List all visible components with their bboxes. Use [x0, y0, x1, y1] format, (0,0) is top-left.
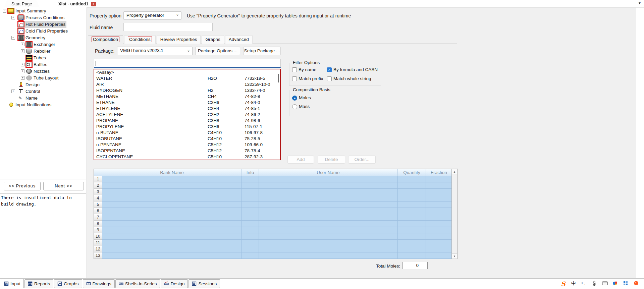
- grid-cell[interactable]: [398, 189, 426, 195]
- checkbox-label-by-name[interactable]: By name: [299, 67, 316, 72]
- grid-row-number[interactable]: 5: [94, 201, 102, 208]
- microphone-icon[interactable]: [591, 280, 598, 287]
- grid-column-header-user-name[interactable]: User Name: [259, 169, 398, 176]
- grid-cell[interactable]: [102, 214, 242, 221]
- grid-cell[interactable]: [242, 201, 259, 208]
- view-tab-shells-in-series[interactable]: Shells-in-Series: [115, 279, 160, 288]
- grid-cell[interactable]: [426, 221, 452, 227]
- grid-cell[interactable]: [398, 227, 426, 233]
- tree-expander-plus-icon[interactable]: +: [21, 63, 24, 66]
- property-option-select[interactable]: Property generator ∨: [123, 11, 181, 20]
- grid-cell[interactable]: [398, 195, 426, 201]
- grid-cell[interactable]: [426, 233, 452, 240]
- view-tab-sessions[interactable]: Sessions: [189, 279, 220, 288]
- grid-cell[interactable]: [426, 182, 452, 189]
- grid-cell[interactable]: [242, 246, 259, 252]
- tree-expander-plus-icon[interactable]: +: [21, 69, 24, 73]
- grid-row-number[interactable]: 11: [94, 240, 102, 246]
- checkbox-by-formula-and-casn[interactable]: ✓: [327, 67, 332, 72]
- component-row-propane[interactable]: PROPANEC3H874-98-6: [94, 118, 280, 124]
- grid-cell[interactable]: [242, 221, 259, 227]
- apps-grid-icon[interactable]: [622, 280, 629, 287]
- grid-column-header-rownum[interactable]: [94, 169, 102, 176]
- scroll-down-icon[interactable]: ▼: [452, 253, 457, 259]
- grid-cell[interactable]: [398, 201, 426, 208]
- component-row-cyclopentane[interactable]: CYCLOPENTANEC5H10287-92-3: [94, 154, 280, 160]
- component-row-ethylene[interactable]: ETHYLENEC2H474-85-1: [94, 106, 280, 112]
- radio-moles[interactable]: [292, 96, 297, 101]
- checkbox-label-match-prefix[interactable]: Match prefix: [299, 76, 323, 81]
- grid-cell[interactable]: [259, 214, 398, 221]
- component-row-air[interactable]: AIR132259-10-0: [94, 81, 280, 88]
- grid-cell[interactable]: [398, 208, 426, 214]
- component-list[interactable]: <Assay>WATERH2O7732-18-5AIR132259-10-0HY…: [94, 69, 281, 160]
- document-tab-xist-untitled1[interactable]: Xist - untitled1x: [51, 0, 103, 7]
- tree-item-baffles[interactable]: +Baffles: [0, 61, 86, 68]
- close-icon[interactable]: x: [91, 2, 96, 6]
- sogou-icon[interactable]: S: [560, 280, 567, 287]
- grid-cell[interactable]: [102, 201, 242, 208]
- grid-cell[interactable]: [102, 252, 242, 259]
- setup-package-button[interactable]: Setup Package ...: [243, 47, 281, 55]
- grid-cell[interactable]: [102, 182, 242, 189]
- component-row-assay[interactable]: <Assay>: [94, 69, 280, 75]
- grid-cell[interactable]: [398, 252, 426, 259]
- tab-composition[interactable]: Composition: [88, 35, 123, 44]
- tree-expander-minus-icon[interactable]: −: [11, 36, 15, 40]
- tree-item-tubes[interactable]: Tubes: [0, 55, 86, 61]
- tree-item-name[interactable]: Name: [0, 95, 86, 102]
- fluid-name-input[interactable]: [123, 23, 213, 31]
- grid-cell[interactable]: [102, 246, 242, 252]
- grid-cell[interactable]: [259, 176, 398, 182]
- tree-item-geometry[interactable]: −Geometry: [0, 35, 86, 41]
- component-row-n-pentane[interactable]: n-PENTANEC5H12109-66-0: [94, 142, 280, 148]
- tree-item-exchanger[interactable]: +Exchanger: [0, 41, 86, 48]
- tab-advanced[interactable]: Advanced: [225, 35, 253, 44]
- grid-cell[interactable]: [398, 221, 426, 227]
- grid-cell[interactable]: [426, 208, 452, 214]
- tree-item-nozzles[interactable]: +Nozzles: [0, 68, 86, 75]
- tree-expander-plus-icon[interactable]: +: [21, 49, 24, 53]
- checkbox-match-prefix[interactable]: [292, 76, 297, 81]
- view-tab-graphs[interactable]: Graphs: [54, 279, 82, 288]
- grid-scrollbar[interactable]: ▲ ▼: [451, 169, 458, 259]
- tree-item-input-summary[interactable]: −Input Summary: [0, 8, 86, 14]
- grid-row-number[interactable]: 10: [94, 233, 102, 240]
- grid-cell[interactable]: [242, 240, 259, 246]
- package-options-button[interactable]: Package Options ...: [195, 47, 240, 55]
- tree-item-input-notifications[interactable]: Input Notifications: [0, 102, 86, 108]
- tree-item-tube-layout[interactable]: +Tube Layout: [0, 75, 86, 81]
- component-row-methane[interactable]: METHANECH474-82-8: [94, 94, 280, 100]
- view-tab-reports[interactable]: Reports: [24, 279, 53, 288]
- grid-cell[interactable]: [426, 252, 452, 259]
- tab-conditions[interactable]: Conditions: [124, 35, 156, 44]
- document-tab-start-page[interactable]: Start Page: [4, 0, 39, 7]
- grid-cell[interactable]: [398, 233, 426, 240]
- grid-cell[interactable]: [259, 189, 398, 195]
- scroll-up-icon[interactable]: ▲: [452, 169, 457, 174]
- component-row-hydrogen[interactable]: HYDROGENH21333-74-0: [94, 88, 280, 94]
- component-row-propylene[interactable]: PROPYLENEC3H6115-07-1: [94, 124, 280, 130]
- tree-item-hot-fluid-properties[interactable]: Hot Fluid Properties: [0, 21, 86, 28]
- tree-item-reboiler[interactable]: +Reboiler: [0, 48, 86, 55]
- checkbox-match-whole-string[interactable]: [327, 76, 332, 81]
- grid-cell[interactable]: [102, 208, 242, 214]
- tab-review-properties[interactable]: Review Properties: [157, 35, 201, 44]
- grid-cell[interactable]: [102, 195, 242, 201]
- grid-cell[interactable]: [398, 214, 426, 221]
- delete-button[interactable]: Delete: [318, 156, 345, 164]
- component-row-water[interactable]: WATERH2O7732-18-5: [94, 75, 280, 81]
- grid-cell[interactable]: [259, 221, 398, 227]
- grid-cell[interactable]: [259, 252, 398, 259]
- grid-row-number[interactable]: 3: [94, 189, 102, 195]
- tree-expander-plus-icon[interactable]: +: [21, 76, 24, 80]
- view-tab-drawings[interactable]: Drawings: [83, 279, 115, 288]
- grid-cell[interactable]: [242, 214, 259, 221]
- grid-cell[interactable]: [242, 252, 259, 259]
- grid-cell[interactable]: [102, 227, 242, 233]
- chinese-mode-icon[interactable]: 中: [570, 280, 577, 287]
- view-tab-input[interactable]: Input: [1, 279, 24, 288]
- grid-cell[interactable]: [426, 176, 452, 182]
- grid-row-number[interactable]: 1: [94, 176, 102, 182]
- grid-row-number[interactable]: 4: [94, 195, 102, 201]
